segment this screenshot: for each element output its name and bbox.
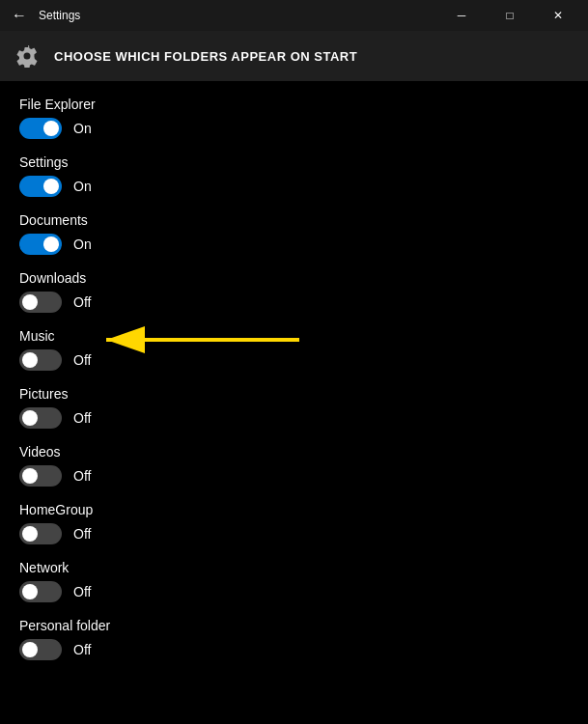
toggle-state-label: Off: [73, 468, 91, 484]
folder-label: Videos: [19, 444, 569, 459]
maximize-button[interactable]: □: [488, 0, 532, 31]
toggle-knob: [22, 294, 38, 310]
toggle-file-explorer[interactable]: [19, 118, 62, 139]
folder-item-documents: DocumentsOn: [19, 212, 569, 255]
toggle-knob: [22, 642, 38, 657]
toggle-state-label: Off: [73, 584, 91, 599]
toggle-state-label: On: [73, 237, 92, 252]
gear-icon: [15, 44, 39, 68]
toggle-downloads[interactable]: [19, 292, 62, 313]
toggle-homegroup[interactable]: [19, 523, 62, 544]
toggle-documents[interactable]: [19, 234, 62, 255]
folder-label: Pictures: [19, 386, 569, 402]
close-button[interactable]: ✕: [536, 0, 580, 31]
folder-item-music: MusicOff: [19, 328, 569, 371]
folder-label: Network: [19, 560, 569, 575]
back-button[interactable]: ←: [8, 7, 31, 24]
folder-label: Documents: [19, 212, 569, 228]
toggle-network[interactable]: [19, 581, 62, 602]
page-title: CHOOSE WHICH FOLDERS APPEAR ON START: [54, 49, 357, 64]
toggle-state-label: On: [73, 179, 92, 194]
toggle-knob: [43, 121, 59, 136]
folder-label: Personal folder: [19, 618, 569, 633]
toggle-music[interactable]: [19, 349, 62, 371]
toggle-settings[interactable]: [19, 176, 62, 197]
folder-label: Music: [19, 328, 569, 344]
folder-item-videos: VideosOff: [19, 444, 569, 487]
toggle-videos[interactable]: [19, 465, 62, 487]
folder-item-homegroup: HomeGroupOff: [19, 502, 569, 544]
folder-item-pictures: PicturesOff: [19, 386, 569, 429]
toggle-state-label: Off: [73, 294, 91, 310]
folder-item-downloads: DownloadsOff: [19, 270, 569, 313]
folder-item-settings: SettingsOn: [19, 154, 569, 197]
folder-item-personal-folder: Personal folderOff: [19, 618, 569, 660]
folder-label: Downloads: [19, 270, 569, 286]
toggle-state-label: Off: [73, 642, 91, 657]
minimize-button[interactable]: ─: [439, 0, 484, 31]
page-header: CHOOSE WHICH FOLDERS APPEAR ON START: [0, 31, 588, 81]
toggle-pictures[interactable]: [19, 407, 62, 429]
toggle-knob: [22, 410, 38, 426]
toggle-knob: [22, 584, 38, 599]
title-bar-title: Settings: [39, 9, 80, 22]
folder-item-network: NetworkOff: [19, 560, 569, 602]
folder-label: File Explorer: [19, 97, 569, 112]
toggle-knob: [43, 237, 59, 252]
folder-label: Settings: [19, 154, 569, 170]
toggle-knob: [22, 526, 38, 542]
toggle-knob: [43, 179, 59, 194]
toggle-knob: [22, 468, 38, 484]
folder-item-file-explorer: File ExplorerOn: [19, 97, 569, 139]
toggle-state-label: On: [73, 121, 92, 136]
title-bar: ← Settings ─ □ ✕: [0, 0, 588, 31]
toggle-personal-folder[interactable]: [19, 639, 62, 660]
toggle-knob: [22, 352, 38, 368]
folders-list: File ExplorerOnSettingsOnDocumentsOnDown…: [0, 81, 588, 691]
toggle-state-label: Off: [73, 352, 91, 368]
toggle-state-label: Off: [73, 410, 91, 426]
folder-label: HomeGroup: [19, 502, 569, 517]
toggle-state-label: Off: [73, 526, 91, 542]
